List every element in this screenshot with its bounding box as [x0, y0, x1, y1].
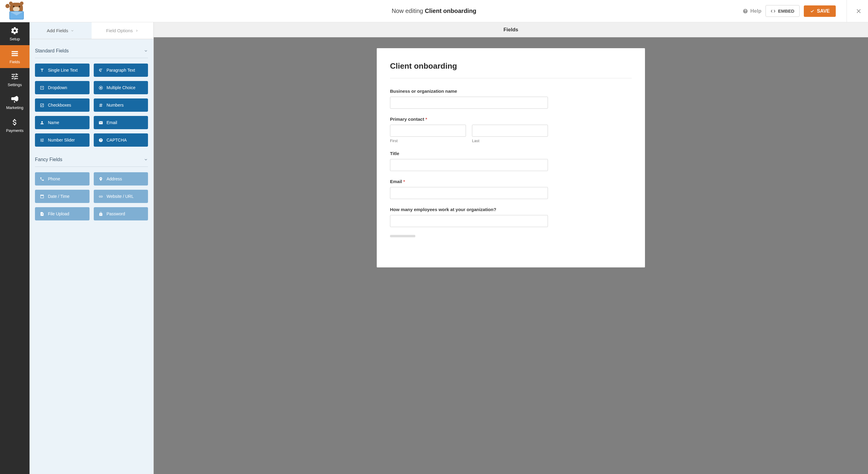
svg-point-2 [100, 87, 101, 89]
form-preview: Client onboarding Business or organizati… [377, 48, 645, 267]
field-numbers[interactable]: Numbers [94, 99, 148, 112]
chevron-down-icon [70, 29, 74, 33]
close-icon [855, 8, 862, 14]
field-name[interactable]: Name [35, 116, 90, 129]
sidebar-item-label: Settings [8, 82, 22, 87]
link-icon [98, 194, 103, 199]
sublabel-first: First [390, 138, 466, 143]
editing-name: Client onboarding [425, 7, 476, 14]
field-file-upload[interactable]: File Upload [35, 207, 90, 221]
preview-area: Fields Client onboarding Business or org… [154, 22, 868, 474]
required-indicator: * [403, 179, 405, 184]
section-standard-fields[interactable]: Standard Fields [35, 44, 148, 58]
app-header: Now editing Client onboarding Help EMBED… [0, 0, 868, 22]
field-password[interactable]: Password [94, 207, 148, 221]
field-phone[interactable]: Phone [35, 172, 90, 185]
slider-icon [40, 138, 44, 142]
dropdown-icon [40, 86, 44, 90]
pin-icon [98, 177, 103, 181]
submit-button-stub[interactable] [390, 235, 415, 237]
help-link[interactable]: Help [743, 8, 762, 14]
code-icon [771, 9, 775, 13]
field-number-slider[interactable]: Number Slider [35, 133, 90, 147]
field-single-line-text[interactable]: Single Line Text [35, 64, 90, 77]
field-address[interactable]: Address [94, 172, 148, 185]
sublabel-last: Last [472, 138, 548, 143]
field-paragraph-text[interactable]: Paragraph Text [94, 64, 148, 77]
employees-input[interactable] [390, 215, 548, 227]
field-date-time[interactable]: Date / Time [35, 190, 90, 203]
field-checkboxes[interactable]: Checkboxes [35, 99, 90, 112]
envelope-icon [98, 121, 103, 125]
hash-icon [98, 103, 103, 107]
field-email[interactable]: Email [94, 116, 148, 129]
chevron-right-icon [135, 29, 138, 33]
field-primary-contact[interactable]: Primary contact* First Last [390, 116, 548, 143]
editing-prefix: Now editing [392, 7, 423, 14]
sidebar-item-label: Marketing [6, 105, 23, 110]
dollar-icon [10, 118, 19, 127]
sidebar-item-fields[interactable]: Fields [0, 45, 30, 68]
field-employees[interactable]: How many employees work at your organiza… [390, 207, 548, 227]
list-icon [10, 49, 19, 58]
panel-tabs: Add Fields Field Options [30, 22, 153, 39]
app-logo[interactable] [6, 2, 27, 20]
sidebar-item-payments[interactable]: Payments [0, 114, 30, 137]
field-business-name[interactable]: Business or organization name [390, 89, 548, 109]
upload-icon [40, 212, 44, 216]
editing-title: Now editing Client onboarding [392, 7, 476, 14]
chevron-down-icon [144, 158, 148, 162]
radio-icon [98, 86, 103, 90]
tab-add-fields[interactable]: Add Fields [30, 22, 92, 39]
field-title[interactable]: Title [390, 151, 548, 171]
text-icon [40, 68, 44, 73]
preview-header: Fields [154, 22, 868, 37]
paragraph-icon [98, 68, 103, 73]
fields-panel: Add Fields Field Options Standard Fields… [30, 22, 154, 474]
field-label: Primary contact* [390, 116, 548, 122]
sidebar-item-label: Payments [6, 128, 24, 133]
field-label: Business or organization name [390, 89, 548, 94]
field-label: Title [390, 151, 548, 156]
save-button[interactable]: SAVE [804, 5, 836, 17]
business-input[interactable] [390, 97, 548, 109]
sidebar-item-label: Setup [10, 37, 20, 41]
sidebar-item-label: Fields [10, 60, 20, 64]
preview-scroll[interactable]: Client onboarding Business or organizati… [154, 37, 868, 474]
form-title[interactable]: Client onboarding [390, 61, 632, 78]
field-email[interactable]: Email* [390, 179, 548, 199]
sidebar-item-marketing[interactable]: Marketing [0, 91, 30, 114]
user-icon [40, 121, 44, 125]
close-button[interactable] [846, 0, 862, 22]
tab-field-options[interactable]: Field Options [92, 22, 154, 39]
field-label: How many employees work at your organiza… [390, 207, 548, 212]
checkbox-icon [40, 103, 44, 107]
field-website-url[interactable]: Website / URL [94, 190, 148, 203]
sidebar-item-settings[interactable]: Settings [0, 68, 30, 91]
sliders-icon [10, 72, 19, 81]
help-icon [743, 8, 748, 14]
gear-icon [10, 27, 19, 35]
phone-icon [40, 177, 44, 181]
bullhorn-icon [10, 95, 19, 104]
required-indicator: * [425, 116, 427, 122]
first-name-input[interactable] [390, 125, 466, 137]
nav-sidebar: Setup Fields Settings Marketing Payments [0, 22, 30, 474]
field-dropdown[interactable]: Dropdown [35, 81, 90, 94]
shield-icon [98, 138, 103, 142]
section-fancy-fields[interactable]: Fancy Fields [35, 153, 148, 167]
field-label: Email* [390, 179, 548, 184]
check-icon [810, 9, 815, 13]
embed-button[interactable]: EMBED [766, 5, 799, 17]
last-name-input[interactable] [472, 125, 548, 137]
email-input[interactable] [390, 187, 548, 199]
title-input[interactable] [390, 159, 548, 171]
lock-icon [98, 212, 103, 216]
chevron-down-icon [144, 49, 148, 53]
sidebar-item-setup[interactable]: Setup [0, 22, 30, 45]
field-multiple-choice[interactable]: Multiple Choice [94, 81, 148, 94]
field-captcha[interactable]: CAPTCHA [94, 133, 148, 147]
calendar-icon [40, 194, 44, 199]
